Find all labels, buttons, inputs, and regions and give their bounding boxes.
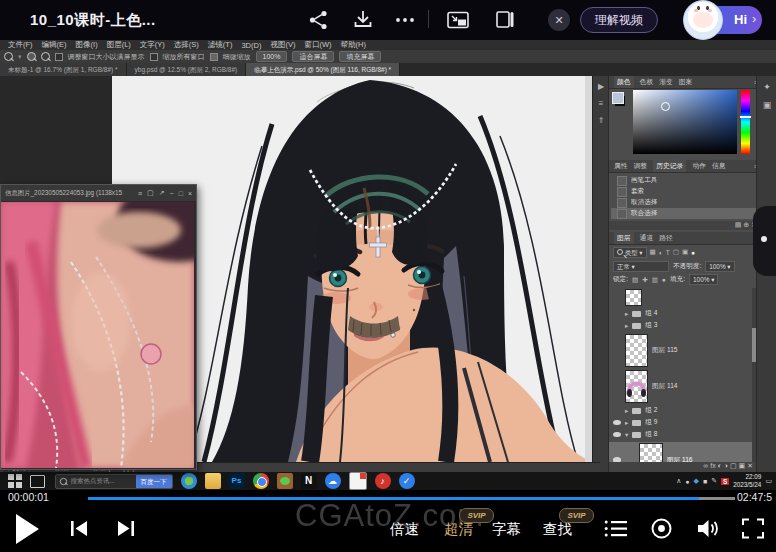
- taskbar-clock[interactable]: 22:092023/5/24: [733, 473, 761, 489]
- understand-video-button[interactable]: 理解视频: [580, 7, 658, 33]
- menu-3d[interactable]: 3D(D): [241, 41, 261, 50]
- window-zoom-icon[interactable]: ↗: [159, 189, 165, 197]
- doc-tab-ybg[interactable]: ybg.psd @ 12.5% (图层 2, RGB/8#): [127, 63, 247, 76]
- zoom-tool-icon[interactable]: [4, 52, 13, 61]
- tab-layers[interactable]: 图层: [614, 232, 634, 244]
- doc-tab-untitled[interactable]: 未标题-1 @ 16.7% (图层 1, RGB/8#) *: [0, 63, 127, 76]
- more-icon[interactable]: [394, 10, 416, 30]
- file-explorer-icon[interactable]: [205, 473, 221, 489]
- adjustment-layer-icon[interactable]: ◑: [724, 462, 728, 469]
- reference-image-window[interactable]: 信息图片_20230505224053.jpg (1138x1518... ≡ …: [0, 184, 197, 470]
- dock-icon-3[interactable]: ⇑: [593, 116, 609, 125]
- visibility-eye-icon[interactable]: [613, 432, 621, 438]
- playlist-icon[interactable]: [604, 519, 628, 538]
- history-step[interactable]: 取消选择: [611, 197, 757, 208]
- layer-group-row[interactable]: ▸ 组 9: [609, 417, 757, 428]
- hue-slider[interactable]: [741, 90, 750, 154]
- music-app-icon[interactable]: ♪: [375, 473, 391, 489]
- tab-info[interactable]: 信息: [712, 161, 726, 171]
- tab-patterns[interactable]: 图案: [679, 77, 693, 87]
- opacity-value[interactable]: 100% ▾: [705, 261, 734, 272]
- window-maximize-icon[interactable]: □: [179, 190, 183, 197]
- menu-layer[interactable]: 图层(L): [107, 40, 131, 50]
- layer-group-row[interactable]: ▸ 组 4: [609, 308, 757, 319]
- browser-icon[interactable]: [181, 473, 197, 489]
- cloud-app-icon[interactable]: ☁: [325, 473, 341, 489]
- security-app-icon[interactable]: ✓: [399, 473, 415, 489]
- delete-layer-icon[interactable]: ✕: [747, 462, 753, 469]
- dock-icon-2[interactable]: ≡: [593, 99, 609, 108]
- layer-style-icon[interactable]: fx: [710, 462, 715, 469]
- layer-row[interactable]: [609, 288, 757, 306]
- filter-shape-icon[interactable]: ▢: [673, 248, 679, 256]
- dock-icon-1[interactable]: ▶: [593, 82, 609, 91]
- visibility-eye-icon[interactable]: [613, 420, 621, 426]
- tray-icon[interactable]: ■: [703, 478, 707, 485]
- new-layer-icon[interactable]: ▣: [739, 462, 746, 469]
- fill-value[interactable]: 100% ▾: [689, 274, 718, 285]
- next-episode-button[interactable]: [116, 520, 135, 537]
- tab-gradients[interactable]: 渐变: [659, 77, 673, 87]
- tab-properties[interactable]: 属性: [614, 161, 628, 171]
- menu-edit[interactable]: 编辑(E): [42, 40, 67, 50]
- tray-s-icon[interactable]: S: [721, 478, 729, 485]
- tab-history[interactable]: 历史记录: [653, 160, 686, 172]
- tab-swatches[interactable]: 色板: [640, 77, 654, 87]
- tab-actions[interactable]: 动作: [692, 161, 706, 171]
- window-menu-icon[interactable]: ≡: [138, 190, 142, 197]
- fill-screen-button[interactable]: 填充屏幕: [339, 51, 381, 62]
- fullscreen-icon[interactable]: [742, 518, 764, 539]
- fit-screen-button[interactable]: 适合屏幕: [292, 51, 334, 62]
- menu-window[interactable]: 窗口(W): [304, 40, 331, 50]
- color-field[interactable]: [633, 90, 737, 154]
- window-close-icon[interactable]: ×: [188, 190, 192, 197]
- filter-toggle-icon[interactable]: ●: [691, 249, 695, 256]
- subtitle-button[interactable]: 字幕: [492, 520, 521, 539]
- lock-all-icon[interactable]: ●: [662, 276, 666, 283]
- window-fit-icon[interactable]: ▢: [147, 189, 154, 197]
- scrubby-zoom-checkbox[interactable]: [210, 53, 218, 61]
- assistant-avatar[interactable]: [683, 0, 723, 40]
- zoom-100-button[interactable]: 100%: [256, 51, 288, 62]
- record-icon[interactable]: [650, 517, 673, 540]
- menu-select[interactable]: 选择(S): [174, 40, 199, 50]
- photoshop-icon[interactable]: Ps: [229, 473, 245, 489]
- tray-expand-icon[interactable]: ∧: [676, 477, 681, 485]
- tab-adjustments[interactable]: 调整: [634, 161, 648, 171]
- link-layers-icon[interactable]: ∞: [703, 462, 708, 469]
- doc-tab-active[interactable]: 临摹上色演示.psd @ 50% (图层 116, RGB/8#) *: [246, 63, 400, 76]
- menu-filter[interactable]: 滤镜(T): [208, 40, 233, 50]
- floating-side-widget[interactable]: [753, 206, 776, 276]
- start-button[interactable]: [8, 474, 22, 488]
- filter-adjustment-icon[interactable]: ◐: [659, 249, 663, 256]
- resize-windows-checkbox[interactable]: [55, 53, 63, 61]
- layer-group-row[interactable]: ▾ 组 8: [609, 429, 757, 440]
- wps-icon[interactable]: [349, 472, 367, 490]
- foreground-color-swatch[interactable]: [612, 92, 624, 104]
- menu-type[interactable]: 文字(Y): [140, 40, 165, 50]
- tray-icon[interactable]: ✎: [711, 477, 717, 485]
- new-group-icon[interactable]: ▢: [730, 462, 737, 469]
- history-step-selected[interactable]: 联合选择: [611, 208, 759, 219]
- window-minimize-icon[interactable]: −: [170, 190, 174, 197]
- progress-bar-remaining[interactable]: [699, 497, 735, 500]
- menu-image[interactable]: 图像(I): [76, 40, 98, 50]
- menu-file[interactable]: 文件(F): [8, 40, 33, 50]
- history-step[interactable]: 套索: [611, 186, 757, 197]
- blend-mode-select[interactable]: 正常 ▾: [613, 261, 669, 272]
- picture-in-picture-icon[interactable]: [447, 10, 469, 30]
- menu-view[interactable]: 视图(V): [270, 40, 295, 50]
- chrome-icon[interactable]: [253, 473, 269, 489]
- share-icon[interactable]: [308, 10, 330, 30]
- layer-mask-icon[interactable]: ◐: [718, 462, 722, 469]
- volume-icon[interactable]: [696, 518, 719, 539]
- zoom-all-checkbox[interactable]: [150, 53, 158, 61]
- speed-button[interactable]: 倍速: [390, 520, 419, 539]
- filter-type-icon[interactable]: T: [666, 249, 670, 256]
- filter-smart-icon[interactable]: ▣: [682, 248, 688, 256]
- tab-paths[interactable]: 路径: [659, 233, 673, 243]
- filter-pixel-icon[interactable]: ▦: [650, 248, 656, 256]
- zoom-in-icon[interactable]: [27, 52, 36, 61]
- layer-row[interactable]: 图层 114: [609, 369, 757, 403]
- tray-icon[interactable]: ●: [685, 478, 689, 485]
